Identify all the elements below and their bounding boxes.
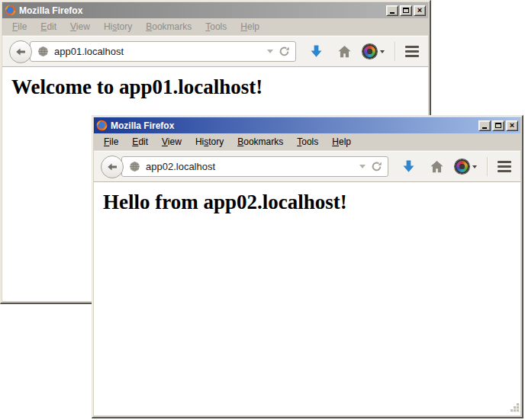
hamburger-icon [498,161,511,172]
titlebar[interactable]: Mozilla Firefox × [2,2,428,18]
colorwheel-extension-button[interactable] [455,159,477,174]
home-button[interactable] [337,43,353,59]
resize-grip[interactable] [508,403,519,414]
url-input[interactable] [146,161,354,172]
urlbar-dropdown-icon[interactable] [267,50,273,53]
minimize-icon [390,12,395,14]
hamburger-icon [405,46,419,57]
back-arrow-icon [106,161,118,173]
minimize-button[interactable] [386,5,398,16]
maximize-icon [495,123,501,128]
page-heading: Hello from app02.localhost! [103,191,520,214]
urlbar-dropdown-icon[interactable] [359,165,366,168]
menu-item[interactable]: Bookmarks [139,19,198,34]
menu-item[interactable]: Help [234,19,266,34]
site-identity-globe-icon[interactable] [129,161,140,172]
page-heading: Welcome to app01.localhost! [11,75,428,99]
maximize-button[interactable] [492,120,504,131]
back-arrow-icon [14,46,27,58]
menu-item[interactable]: File [5,19,34,34]
menu-item[interactable]: Edit [125,134,155,149]
menu-item[interactable]: Tools [290,134,325,149]
toolbar-separator [487,157,488,176]
firefox-logo-icon [96,120,108,131]
menu-button[interactable] [498,161,511,172]
navigation-toolbar [2,36,428,67]
menu-item[interactable]: View [155,134,188,149]
url-bar[interactable] [30,41,296,62]
maximize-icon [403,8,409,13]
close-button[interactable]: × [414,5,426,16]
titlebar[interactable]: Mozilla Firefox × [94,117,520,133]
close-button[interactable]: × [506,120,518,131]
firefox-logo-icon [5,5,16,16]
menu-item[interactable]: History [188,134,230,149]
maximize-button[interactable] [400,5,412,16]
extension-dropdown-icon [472,165,477,168]
url-input[interactable] [54,46,262,57]
reload-icon[interactable] [371,161,382,172]
back-button[interactable] [101,155,124,178]
menu-item[interactable]: Tools [198,19,234,34]
toolbar-separator [395,42,395,61]
download-arrow-icon [308,43,324,59]
menu-item[interactable]: View [63,19,97,34]
colorwheel-extension-icon [455,159,469,174]
site-identity-globe-icon[interactable] [37,46,49,57]
minimize-icon [482,127,487,129]
colorwheel-extension-icon [362,44,377,59]
url-bar[interactable] [121,156,388,177]
downloads-button[interactable] [401,159,417,175]
page-content: Hello from app02.localhost! [94,182,520,415]
menu-item[interactable]: Bookmarks [230,134,290,149]
menu-item[interactable]: Help [325,134,358,149]
minimize-button[interactable] [478,120,491,131]
reload-icon[interactable] [279,46,290,57]
home-icon [337,43,353,59]
browser-window-app02: Mozilla Firefox × File Edit View History… [92,115,523,418]
window-title: Mozilla Firefox [19,5,383,16]
colorwheel-extension-button[interactable] [362,44,385,59]
menu-bar: File Edit View History Bookmarks Tools H… [2,18,428,36]
downloads-button[interactable] [308,43,324,59]
menu-item[interactable]: Edit [34,19,63,34]
menu-bar: File Edit View History Bookmarks Tools H… [94,133,520,151]
menu-button[interactable] [405,46,419,57]
back-button[interactable] [9,40,32,63]
home-button[interactable] [429,159,445,175]
window-title: Mozilla Firefox [111,120,475,131]
close-icon: × [510,121,514,130]
menu-item[interactable]: File [97,134,125,149]
extension-dropdown-icon [380,50,385,53]
close-icon: × [417,6,422,14]
navigation-toolbar [94,151,520,182]
menu-item[interactable]: History [97,19,139,34]
download-arrow-icon [401,159,417,175]
home-icon [429,159,445,175]
